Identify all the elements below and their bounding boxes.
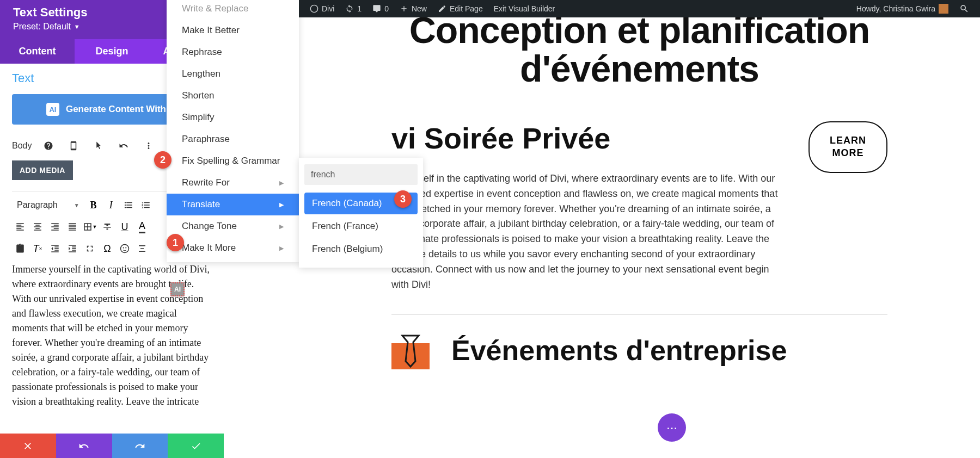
admin-bar-user[interactable]: Howdy, Christina Gwira <box>851 4 954 14</box>
admin-bar-comments-count: 0 <box>384 4 389 13</box>
preview-section2-title: Événements d'entreprise <box>451 336 787 366</box>
search-icon <box>959 4 969 14</box>
format-select[interactable]: Paragraph ▼ <box>12 197 84 213</box>
help-icon[interactable] <box>40 138 57 154</box>
emoji-button[interactable] <box>117 240 133 257</box>
avatar <box>939 4 948 14</box>
redo-button[interactable] <box>112 434 168 458</box>
chevron-down-icon: ▼ <box>74 23 80 30</box>
ai-badge-icon: AI <box>46 103 59 116</box>
divi-icon <box>310 4 318 13</box>
sidebar-bottom-bar <box>0 434 224 458</box>
admin-bar-divi-label: Divi <box>322 4 334 13</box>
admin-bar-new[interactable]: New <box>394 4 432 13</box>
align-justify-button[interactable] <box>64 219 81 235</box>
admin-bar-new-label: New <box>412 4 427 13</box>
pencil-icon <box>438 4 446 13</box>
admin-bar-updates[interactable]: 1 <box>340 4 367 13</box>
preview-heading: Conception et planification d'événements <box>321 17 958 89</box>
wp-admin-bar: Divi 1 0 New Edit Page Exit Visual Build… <box>299 0 980 17</box>
table-button[interactable]: ▼ <box>82 219 98 235</box>
menu-rephrase[interactable]: Rephrase <box>167 41 299 63</box>
clear-format-button[interactable]: T× <box>29 240 46 257</box>
chat-fab-button[interactable]: ··· <box>658 413 686 442</box>
strikethrough-button[interactable] <box>99 219 115 235</box>
admin-bar-updates-count: 1 <box>357 4 362 13</box>
paste-button[interactable] <box>12 240 28 257</box>
admin-bar-howdy: Howdy, Christina Gwira <box>856 4 935 13</box>
numbered-list-button[interactable] <box>138 197 154 213</box>
menu-paraphrase[interactable]: Paraphrase <box>167 128 299 150</box>
align-center-button[interactable] <box>29 219 46 235</box>
annotation-3: 3 <box>394 190 412 208</box>
indent-button[interactable] <box>64 240 81 257</box>
generate-label: Generate Content With AI <box>66 104 177 115</box>
italic-button[interactable]: I <box>103 197 119 213</box>
svg-point-2 <box>123 247 124 248</box>
admin-bar-exit[interactable]: Exit Visual Builder <box>488 4 561 13</box>
special-char-button[interactable]: Ω <box>99 240 115 257</box>
ai-actions-menu: Write & Replace Make It Better Rephrase … <box>167 0 299 262</box>
bullet-list-button[interactable] <box>120 197 137 213</box>
outdent-button[interactable] <box>47 240 63 257</box>
svg-point-1 <box>121 245 129 253</box>
tie-icon <box>391 331 430 369</box>
text-color-button[interactable]: A <box>134 219 150 235</box>
plus-icon <box>400 4 408 13</box>
tab-design[interactable]: Design <box>75 39 149 64</box>
menu-lengthen[interactable]: Lengthen <box>167 63 299 85</box>
menu-write-replace[interactable]: Write & Replace <box>167 0 299 20</box>
admin-bar-comments[interactable]: 0 <box>367 4 394 13</box>
chevron-right-icon: ▶ <box>279 223 284 230</box>
admin-bar-exit-label: Exit Visual Builder <box>494 4 555 13</box>
undo-icon[interactable] <box>115 138 132 154</box>
menu-fix-spelling[interactable]: Fix Spelling & Grammar <box>167 150 299 172</box>
admin-bar-search[interactable] <box>954 4 975 14</box>
refresh-icon <box>345 4 354 13</box>
annotation-2: 2 <box>154 151 171 169</box>
close-button[interactable] <box>0 434 56 458</box>
svg-point-3 <box>125 247 126 248</box>
chevron-right-icon: ▶ <box>279 180 284 187</box>
align-right-button[interactable] <box>47 219 63 235</box>
comment-icon <box>372 4 381 13</box>
admin-bar-edit-page[interactable]: Edit Page <box>432 4 488 13</box>
format-label: Paragraph <box>17 200 58 210</box>
undo-button[interactable] <box>56 434 112 458</box>
tab-content[interactable]: Content <box>0 39 75 64</box>
add-media-button[interactable]: ADD MEDIA <box>12 160 73 180</box>
preview-section-title: vi Soirée Privée <box>391 121 781 155</box>
underline-button[interactable]: U <box>117 219 133 235</box>
ai-marker-icon[interactable]: AI <box>170 282 185 296</box>
translate-submenu: French (Canada) French (France) French (… <box>299 158 423 268</box>
bold-button[interactable]: B <box>85 197 102 213</box>
align-left-button[interactable] <box>12 219 28 235</box>
menu-translate[interactable]: Translate▶ <box>167 194 299 215</box>
menu-shorten[interactable]: Shorten <box>167 85 299 107</box>
collapse-icon[interactable] <box>134 240 150 257</box>
fullscreen-button[interactable] <box>82 240 98 257</box>
admin-bar-edit-label: Edit Page <box>450 4 483 13</box>
annotation-1: 1 <box>167 234 184 251</box>
more-icon[interactable] <box>140 138 157 154</box>
option-french-belgium[interactable]: French (Belgium) <box>304 238 418 260</box>
preview-paragraph: e yourself in the captivating world of D… <box>391 171 781 293</box>
menu-make-more[interactable]: Make It More▶ <box>167 237 299 259</box>
learn-more-button[interactable]: LEARN MORE <box>808 121 887 173</box>
divider <box>391 314 887 315</box>
svg-point-0 <box>310 5 317 12</box>
menu-change-tone[interactable]: Change Tone▶ <box>167 215 299 237</box>
language-search-input[interactable] <box>304 164 418 185</box>
body-label: Body <box>12 141 32 151</box>
menu-simplify[interactable]: Simplify <box>167 107 299 128</box>
menu-rewrite-for[interactable]: Rewrite For▶ <box>167 172 299 194</box>
admin-bar-divi[interactable]: Divi <box>304 4 340 13</box>
mobile-icon[interactable] <box>65 138 82 154</box>
chevron-down-icon: ▼ <box>74 202 79 208</box>
chevron-right-icon: ▶ <box>279 245 284 252</box>
save-button[interactable] <box>168 434 224 458</box>
sidebar-preset-label: Preset: Default <box>13 22 71 32</box>
cursor-icon[interactable] <box>90 138 107 154</box>
menu-make-better[interactable]: Make It Better <box>167 20 299 41</box>
option-french-france[interactable]: French (France) <box>304 215 418 237</box>
